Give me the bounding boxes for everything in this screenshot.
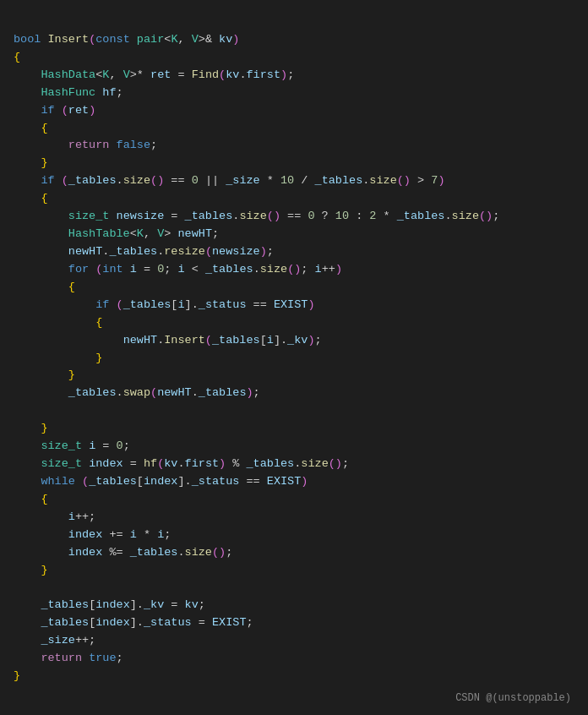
line26: while (_tables[index]._status == EXIST) [14,475,308,488]
line17: { [14,316,102,329]
line31: } [14,564,48,576]
line5: if (ret) [14,104,95,117]
watermark: CSDN @(unstoppable) [0,690,588,712]
line12: HashTable<K, V> newHT; [14,227,219,240]
line10: { [14,192,48,205]
line29: index += i * i; [14,528,171,541]
line8: } [14,156,48,169]
line21: _tables.swap(newHT._tables); [14,386,260,399]
line13: newHT._tables.resize(newsize); [14,245,274,258]
line24: size_t i = 0; [14,439,130,452]
line2: { [14,51,20,63]
line7: return false; [14,139,157,151]
line15: { [14,281,75,293]
line34: _tables[index]._status = EXIST; [14,616,253,629]
line16: if (_tables[i]._status == EXIST) [14,298,315,311]
line18: newHT.Insert(_tables[i]._kv); [14,334,322,347]
line25: size_t index = hf(kv.first) % _tables.si… [14,457,349,470]
line37: } [14,669,20,682]
line20: } [14,368,75,381]
line36: return true; [14,652,123,664]
line11: size_t newsize = _tables.size() == 0 ? 1… [14,210,499,222]
line30: index %= _tables.size(); [14,546,232,559]
line9: if (_tables.size() == 0 || _size * 10 / … [14,174,445,187]
line19: } [14,352,102,364]
line14: for (int i = 0; i < _tables.size(); i++) [14,263,342,276]
line23: } [14,422,48,434]
line27: { [14,493,48,505]
code-container: bool Insert(const pair<K, V>& kv) { Hash… [0,8,588,690]
line6: { [14,122,48,134]
line4: HashFunc hf; [14,86,123,99]
line3: HashData<K, V>* ret = Find(kv.first); [14,68,294,81]
line28: i++; [14,510,95,523]
line1: bool Insert(const pair<K, V>& kv) [14,33,239,46]
line35: _size++; [14,634,95,647]
line33: _tables[index]._kv = kv; [14,598,205,611]
